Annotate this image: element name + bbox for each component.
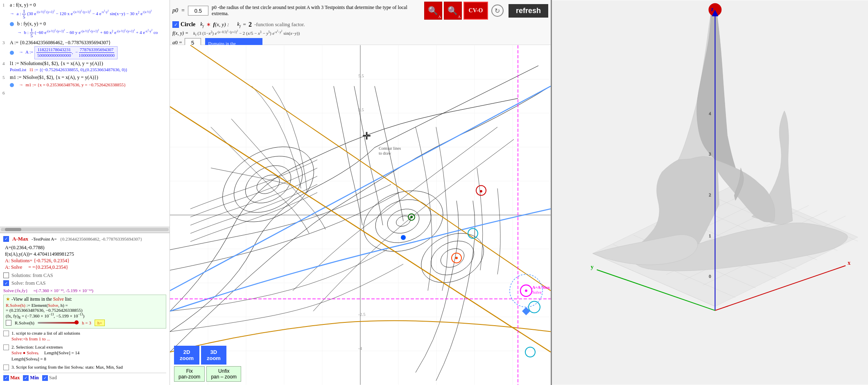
script2-text: 2. Selection: Local extremes Solve ● Sol…	[11, 344, 79, 362]
cas-content-5: m1 := NSolve($1, $2), {x = x(A), y = y(A…	[10, 74, 167, 89]
left-panel: 1 a : f(x, y) = 0 → a : 1 5 (30 e-(x-½)2…	[0, 0, 170, 385]
script1-checkbox[interactable]	[3, 331, 9, 336]
cv-button[interactable]: CV-O	[463, 2, 488, 20]
svg-text:4: 4	[709, 111, 711, 116]
scrollbar-thumb[interactable]	[5, 228, 21, 231]
kf-equals: =	[243, 21, 246, 28]
solve-eq-label: Solve:{fx,fy}	[3, 288, 28, 293]
cas-output-3-wrap: → A := 118221178043231500000000000000, −…	[10, 46, 167, 59]
row-num-6: 6	[2, 90, 8, 95]
script2-checkbox[interactable]	[3, 344, 9, 350]
script3-text: 3. Script for sorting from the list Solv…	[11, 364, 123, 370]
circle-checkbox[interactable]: ✓	[172, 21, 179, 28]
rsolve-slider[interactable]	[38, 322, 79, 324]
kf-label: kf	[200, 21, 203, 28]
cas-row-2: b : fy(x, y) = 0 → b : 1 5 (−60 e-(x-½)2…	[2, 20, 167, 38]
amax-checkbox[interactable]: ✓	[3, 236, 9, 242]
star-icon: ★	[6, 297, 10, 302]
zoom-out-button[interactable]: 🔍 A	[444, 2, 462, 20]
sad-label: Sad	[49, 375, 57, 381]
row-num-3: 3	[2, 40, 8, 45]
cas-input-4[interactable]: l1 := NSolutions($1, $2), {x = x(A), y =…	[10, 60, 167, 67]
zoom-a-label-minus: A	[458, 15, 461, 19]
solutions-cas-label: Solutions: from CAS	[11, 272, 53, 279]
unfix-pan-zoom-button[interactable]: Unfixpan – zoom	[206, 366, 241, 382]
max-checkbox[interactable]: ✓	[3, 375, 9, 381]
bullet-3	[10, 50, 16, 57]
hplus-button[interactable]: h+	[95, 320, 105, 326]
solve-cas-checkbox[interactable]: ✓	[3, 280, 9, 286]
cas-area: 1 a : f(x, y) = 0 → a : 1 5 (30 e-(x-½)2…	[0, 0, 170, 227]
rsolve-checkbox-row: R.Solve(h) h = 3 h+	[6, 320, 164, 326]
script-1: 1. script to create a list of all soluti…	[3, 330, 166, 342]
x-axis-label: x	[848, 260, 850, 266]
row-num-2	[2, 21, 8, 26]
min-label: Min	[30, 375, 38, 381]
cas-input-5[interactable]: m1 := NSolve($1, $2), {x = x(A), y = y(A…	[10, 74, 167, 81]
contour-label-2: to draw	[379, 151, 391, 155]
cas-content-4: l1 := NSolutions($1, $2), {x = x(A), y =…	[10, 60, 167, 73]
cas-output-3: → A := 118221178043231500000000000000, −…	[19, 46, 118, 59]
rsolve-def: R.Solve(h) := Element(Solve, h) =	[6, 303, 164, 308]
cas-input-3[interactable]: A := {0.236442356086462, −0.778763395694…	[10, 39, 167, 46]
p0-input[interactable]	[188, 6, 208, 16]
cas-output-5-wrap: → m1 := {x = 0.2353663487636, y = −0.752…	[10, 81, 167, 89]
kf-label2: f(x, y) :	[213, 21, 229, 28]
cas-input-2[interactable]: b : fy(x, y) = 0	[17, 20, 167, 27]
cas-input-1[interactable]: a : f(x, y) = 0	[10, 2, 167, 9]
right-panel: z x y 0 1 2 3 4	[552, 0, 868, 385]
rotate-icon[interactable]: ↻	[491, 5, 504, 17]
kf-star: ∗	[206, 21, 211, 28]
row-num-5: 5	[2, 75, 8, 80]
min-checkbox[interactable]: ✓	[23, 375, 29, 381]
scrollbar-track	[1, 228, 169, 231]
fix-buttons-group: Fixpan-zoom Unfixpan – zoom	[174, 366, 241, 382]
y-axis-label: y	[591, 264, 594, 270]
cas-output-5: → m1 := {x = 0.2353663487636, y = −0.752…	[19, 82, 126, 88]
solve-label-plot: Solve	[532, 290, 542, 295]
bottom-left-panel: ✓ A-Max -TestPoint A= {0.236442356086462…	[0, 232, 170, 385]
zoom-in-icon: 🔍	[428, 6, 438, 16]
fxa-label: f(x(A),y(A))=	[5, 251, 32, 257]
fix-pan-zoom-button[interactable]: Fixpan-zoom	[174, 366, 205, 382]
rsolve-checkbox[interactable]	[6, 320, 11, 326]
toolbar-row1: p0 = p0 -the radius of the test circle a…	[172, 2, 548, 20]
horizontal-scrollbar[interactable]	[0, 227, 170, 232]
solutions-a2-val: ={0.2354,0.2354}	[32, 264, 68, 270]
cas-content-2: b : fy(x, y) = 0 → b : 1 5 (−60 e-(x-½)2…	[17, 20, 167, 38]
zoom-icons-group: 🔍 A 🔍 A CV-O	[424, 2, 488, 20]
cas-row-4: 4 l1 := NSolutions($1, $2), {x = x(A), y…	[2, 60, 167, 73]
3d-zoom-button[interactable]: 3Dzoom	[201, 346, 226, 365]
p0-desc: p0 -the radius of the test circle around…	[212, 5, 421, 17]
2d-zoom-button[interactable]: 2Dzoom	[174, 346, 199, 365]
solve-eq-line: Solve:{fx,fy} =(-7.360 × 10⁻¹³, -5.199 ×…	[3, 288, 166, 293]
point-dot-green	[410, 216, 413, 218]
solutions-a1-label: A: Solutions=	[5, 258, 32, 263]
sad-checkbox[interactable]: ✓	[42, 375, 48, 381]
zoom-out-icon: 🔍	[448, 6, 458, 16]
cas-output-4: PointList l1 := {(−0.7526426338855, 0),(…	[10, 67, 167, 73]
solutions-from-cas-row: Solutions: from CAS	[3, 272, 166, 279]
contour-plot-area[interactable]: 5.5 3.5 -2.5 -4	[170, 45, 551, 385]
svg-text:1: 1	[709, 234, 711, 238]
rotate-symbol: ↻	[495, 7, 500, 15]
refresh-button[interactable]: refresh	[509, 4, 548, 18]
solutions-cas-checkbox[interactable]	[3, 272, 9, 278]
cas-content-3: A := {0.236442356086462, −0.778763395694…	[10, 39, 167, 59]
kf-desc: -function scaling factor.	[254, 21, 305, 28]
amax-label-plot: A=A-Max	[532, 285, 550, 290]
script1-title: 1. script to create a list of all soluti…	[11, 331, 80, 335]
test-point-label: -TestPoint A=	[32, 236, 57, 241]
contour-label: Contour lines	[379, 146, 401, 151]
cas-row-3: 3 A := {0.236442356086462, −0.7787633956…	[2, 39, 167, 59]
top-toolbar: p0 = p0 -the radius of the test circle a…	[170, 0, 551, 45]
solve-eq-val: =(-7.360 × 10⁻¹³, -5.199 × 10⁻¹²)	[34, 288, 93, 293]
zoom-in-button[interactable]: 🔍 A	[424, 2, 442, 20]
rsolve-label: R.Solve(h)	[15, 320, 34, 325]
svg-text:0: 0	[709, 274, 711, 279]
fxa-line: f(x(A),y(A))= 4.470411498981275	[5, 251, 165, 257]
amax-label: A-Max	[12, 236, 28, 242]
script1-solve: Solve:+h from 1 to ...	[11, 336, 50, 341]
script3-checkbox[interactable]	[3, 365, 9, 370]
zoom-a-label-plus: A	[438, 15, 441, 19]
